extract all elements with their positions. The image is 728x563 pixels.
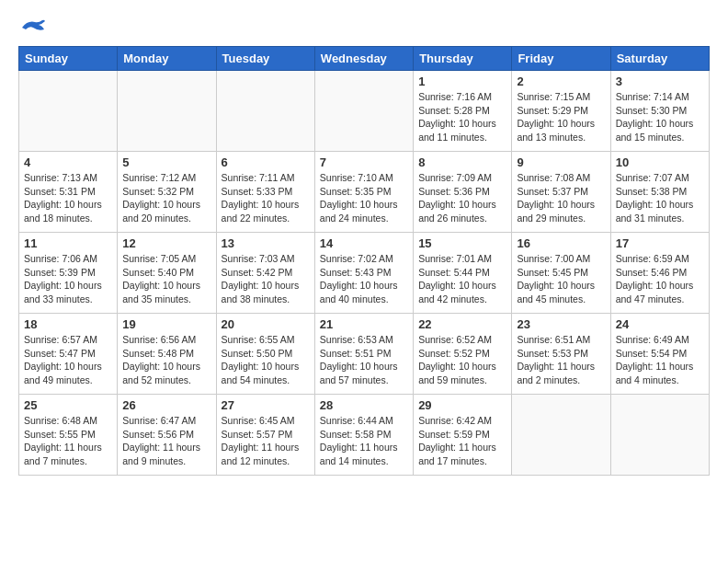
calendar-week-row: 1Sunrise: 7:16 AMSunset: 5:28 PMDaylight…: [19, 71, 710, 152]
day-info: Sunrise: 7:15 AMSunset: 5:29 PMDaylight:…: [517, 90, 605, 144]
weekday-header-monday: Monday: [118, 47, 216, 71]
day-number: 26: [122, 398, 210, 412]
day-number: 17: [616, 236, 704, 250]
day-number: 5: [122, 155, 210, 169]
calendar-day-21: 21Sunrise: 6:53 AMSunset: 5:51 PMDayligh…: [314, 314, 413, 395]
day-number: 4: [24, 155, 112, 169]
day-info: Sunrise: 7:11 AMSunset: 5:33 PMDaylight:…: [222, 171, 310, 225]
day-info: Sunrise: 7:02 AMSunset: 5:43 PMDaylight:…: [320, 252, 408, 306]
calendar-empty-cell: [512, 395, 610, 476]
day-number: 13: [222, 236, 310, 250]
day-info: Sunrise: 7:07 AMSunset: 5:38 PMDaylight:…: [616, 171, 704, 225]
day-info: Sunrise: 6:45 AMSunset: 5:57 PMDaylight:…: [222, 414, 310, 468]
day-info: Sunrise: 6:52 AMSunset: 5:52 PMDaylight:…: [418, 333, 506, 387]
weekday-header-thursday: Thursday: [414, 47, 512, 71]
day-info: Sunrise: 6:42 AMSunset: 5:59 PMDaylight:…: [418, 414, 506, 468]
calendar-day-25: 25Sunrise: 6:48 AMSunset: 5:55 PMDayligh…: [19, 395, 118, 476]
day-number: 25: [24, 398, 112, 412]
day-info: Sunrise: 6:44 AMSunset: 5:58 PMDaylight:…: [320, 414, 408, 468]
day-number: 8: [418, 155, 506, 169]
calendar-empty-cell: [118, 71, 216, 152]
calendar-day-5: 5Sunrise: 7:12 AMSunset: 5:32 PMDaylight…: [118, 152, 216, 233]
weekday-header-friday: Friday: [512, 47, 610, 71]
day-number: 9: [517, 155, 605, 169]
calendar-day-23: 23Sunrise: 6:51 AMSunset: 5:53 PMDayligh…: [512, 314, 610, 395]
day-info: Sunrise: 6:48 AMSunset: 5:55 PMDaylight:…: [24, 414, 112, 468]
day-info: Sunrise: 6:57 AMSunset: 5:47 PMDaylight:…: [24, 333, 112, 387]
day-number: 22: [418, 317, 506, 331]
calendar-day-19: 19Sunrise: 6:56 AMSunset: 5:48 PMDayligh…: [118, 314, 216, 395]
day-number: 20: [222, 317, 310, 331]
calendar-day-12: 12Sunrise: 7:05 AMSunset: 5:40 PMDayligh…: [118, 233, 216, 314]
calendar-empty-cell: [314, 71, 413, 152]
day-number: 29: [418, 398, 506, 412]
calendar-day-20: 20Sunrise: 6:55 AMSunset: 5:50 PMDayligh…: [216, 314, 314, 395]
calendar-day-18: 18Sunrise: 6:57 AMSunset: 5:47 PMDayligh…: [19, 314, 118, 395]
calendar-week-row: 25Sunrise: 6:48 AMSunset: 5:55 PMDayligh…: [19, 395, 710, 476]
day-number: 7: [320, 155, 408, 169]
calendar-day-29: 29Sunrise: 6:42 AMSunset: 5:59 PMDayligh…: [414, 395, 512, 476]
calendar-empty-cell: [19, 71, 118, 152]
day-info: Sunrise: 6:56 AMSunset: 5:48 PMDaylight:…: [122, 333, 210, 387]
day-number: 23: [517, 317, 605, 331]
weekday-header-tuesday: Tuesday: [216, 47, 314, 71]
day-info: Sunrise: 7:03 AMSunset: 5:42 PMDaylight:…: [222, 252, 310, 306]
day-info: Sunrise: 6:51 AMSunset: 5:53 PMDaylight:…: [517, 333, 605, 387]
day-info: Sunrise: 7:06 AMSunset: 5:39 PMDaylight:…: [24, 252, 112, 306]
calendar-day-4: 4Sunrise: 7:13 AMSunset: 5:31 PMDaylight…: [19, 152, 118, 233]
calendar-empty-cell: [216, 71, 314, 152]
day-info: Sunrise: 7:05 AMSunset: 5:40 PMDaylight:…: [122, 252, 210, 306]
day-info: Sunrise: 7:08 AMSunset: 5:37 PMDaylight:…: [517, 171, 605, 225]
day-number: 24: [616, 317, 704, 331]
calendar-day-17: 17Sunrise: 6:59 AMSunset: 5:46 PMDayligh…: [610, 233, 709, 314]
calendar-day-6: 6Sunrise: 7:11 AMSunset: 5:33 PMDaylight…: [216, 152, 314, 233]
day-number: 10: [616, 155, 704, 169]
weekday-header-saturday: Saturday: [610, 47, 709, 71]
calendar-day-8: 8Sunrise: 7:09 AMSunset: 5:36 PMDaylight…: [414, 152, 512, 233]
page: SundayMondayTuesdayWednesdayThursdayFrid…: [0, 0, 728, 485]
calendar-day-28: 28Sunrise: 6:44 AMSunset: 5:58 PMDayligh…: [314, 395, 413, 476]
day-info: Sunrise: 7:00 AMSunset: 5:45 PMDaylight:…: [517, 252, 605, 306]
calendar-header-row: SundayMondayTuesdayWednesdayThursdayFrid…: [19, 47, 710, 71]
day-info: Sunrise: 7:09 AMSunset: 5:36 PMDaylight:…: [418, 171, 506, 225]
calendar-day-13: 13Sunrise: 7:03 AMSunset: 5:42 PMDayligh…: [216, 233, 314, 314]
calendar-day-22: 22Sunrise: 6:52 AMSunset: 5:52 PMDayligh…: [414, 314, 512, 395]
day-number: 12: [122, 236, 210, 250]
calendar-week-row: 18Sunrise: 6:57 AMSunset: 5:47 PMDayligh…: [19, 314, 710, 395]
day-info: Sunrise: 6:59 AMSunset: 5:46 PMDaylight:…: [616, 252, 704, 306]
day-number: 28: [320, 398, 408, 412]
calendar-day-10: 10Sunrise: 7:07 AMSunset: 5:38 PMDayligh…: [610, 152, 709, 233]
day-info: Sunrise: 7:16 AMSunset: 5:28 PMDaylight:…: [418, 90, 506, 144]
calendar-day-1: 1Sunrise: 7:16 AMSunset: 5:28 PMDaylight…: [414, 71, 512, 152]
day-number: 18: [24, 317, 112, 331]
calendar-day-2: 2Sunrise: 7:15 AMSunset: 5:29 PMDaylight…: [512, 71, 610, 152]
calendar-table: SundayMondayTuesdayWednesdayThursdayFrid…: [18, 46, 710, 476]
day-number: 27: [222, 398, 310, 412]
calendar-day-24: 24Sunrise: 6:49 AMSunset: 5:54 PMDayligh…: [610, 314, 709, 395]
day-info: Sunrise: 7:13 AMSunset: 5:31 PMDaylight:…: [24, 171, 112, 225]
day-number: 16: [517, 236, 605, 250]
day-number: 21: [320, 317, 408, 331]
calendar-day-16: 16Sunrise: 7:00 AMSunset: 5:45 PMDayligh…: [512, 233, 610, 314]
weekday-header-wednesday: Wednesday: [314, 47, 413, 71]
day-info: Sunrise: 7:01 AMSunset: 5:44 PMDaylight:…: [418, 252, 506, 306]
day-number: 3: [616, 75, 704, 88]
logo-bird-icon: [20, 18, 46, 37]
calendar-day-26: 26Sunrise: 6:47 AMSunset: 5:56 PMDayligh…: [118, 395, 216, 476]
day-number: 15: [418, 236, 506, 250]
header: [18, 18, 710, 37]
day-number: 14: [320, 236, 408, 250]
day-number: 6: [222, 155, 310, 169]
calendar-day-3: 3Sunrise: 7:14 AMSunset: 5:30 PMDaylight…: [610, 71, 709, 152]
weekday-header-sunday: Sunday: [19, 47, 118, 71]
calendar-week-row: 11Sunrise: 7:06 AMSunset: 5:39 PMDayligh…: [19, 233, 710, 314]
calendar-day-9: 9Sunrise: 7:08 AMSunset: 5:37 PMDaylight…: [512, 152, 610, 233]
day-info: Sunrise: 7:10 AMSunset: 5:35 PMDaylight:…: [320, 171, 408, 225]
day-number: 1: [418, 75, 506, 88]
day-info: Sunrise: 6:47 AMSunset: 5:56 PMDaylight:…: [122, 414, 210, 468]
day-number: 19: [122, 317, 210, 331]
calendar-day-11: 11Sunrise: 7:06 AMSunset: 5:39 PMDayligh…: [19, 233, 118, 314]
calendar-day-15: 15Sunrise: 7:01 AMSunset: 5:44 PMDayligh…: [414, 233, 512, 314]
day-number: 11: [24, 236, 112, 250]
logo: [18, 18, 46, 37]
